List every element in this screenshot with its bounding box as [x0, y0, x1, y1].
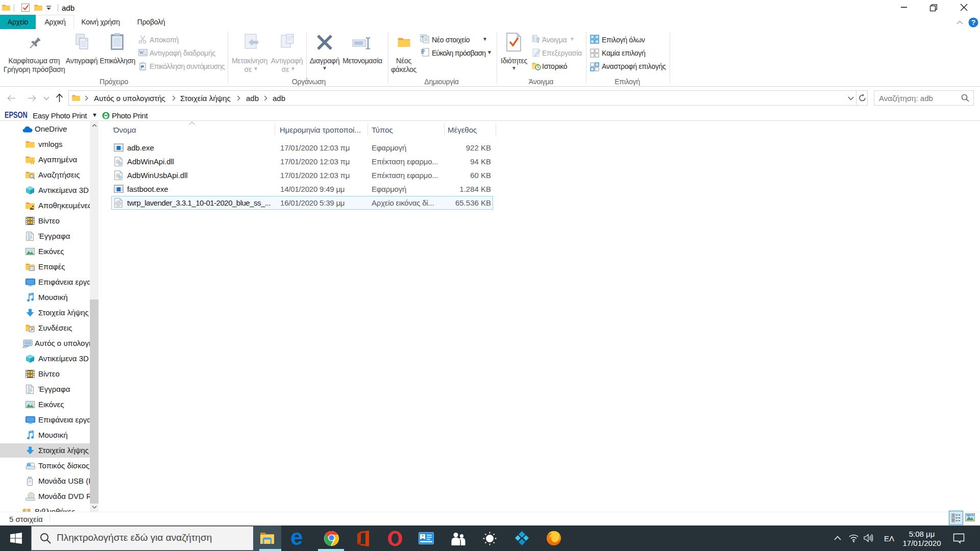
svg-text:...: ...	[143, 51, 147, 56]
svg-text:?: ?	[971, 18, 976, 27]
